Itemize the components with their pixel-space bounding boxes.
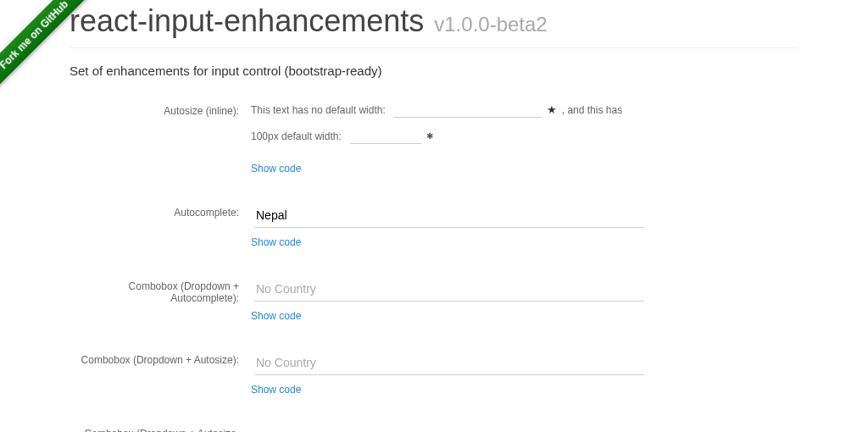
autosize-input-2[interactable] [350,128,421,144]
label-autocomplete: Autocomplete: [70,203,251,219]
asterisk-icon: ✱ [426,131,433,141]
autosize-input-1[interactable] [394,102,542,118]
show-code-link[interactable]: Show code [251,384,301,396]
section-autosize: Autosize (inline): This text has no defa… [70,102,798,197]
show-code-link[interactable]: Show code [251,310,301,322]
combobox-input-1[interactable] [254,277,644,302]
page-container: react-input-enhancements v1.0.0-beta2 Se… [70,0,798,432]
section-combobox-autosize: Combobox (Dropdown + Autosize): Show cod… [70,351,798,418]
label-combobox-2: Combobox (Dropdown + Autosize): [70,351,251,366]
section-combobox-autocomplete: Combobox (Dropdown + Autocomplete): Show… [70,277,798,344]
page-subtitle: Set of enhancements for input control (b… [70,64,798,78]
combobox-input-3[interactable] [254,424,644,432]
autocomplete-input[interactable] [254,203,644,228]
autosize-text-1a: This text has no default width: [251,104,386,116]
field-combobox-3: Show code [251,424,641,432]
field-autosize: This text has no default width: ★ , and … [251,102,641,197]
field-combobox-1: Show code [251,277,641,344]
label-combobox-3: Combobox (Dropdown + Autosize, dark them… [70,424,251,432]
title-text: react-input-enhancements [70,3,424,38]
autosize-text-1b: , and this has [562,104,622,116]
label-autosize: Autosize (inline): [70,102,251,117]
star-icon: ★ [547,103,557,116]
combobox-input-2[interactable] [254,351,644,375]
page-title: react-input-enhancements v1.0.0-beta2 [70,3,798,48]
section-autocomplete: Autocomplete: Show code [70,203,798,270]
label-combobox-1: Combobox (Dropdown + Autocomplete): [70,277,251,304]
show-code-link[interactable]: Show code [251,236,301,248]
section-combobox-dark: Combobox (Dropdown + Autosize, dark them… [70,424,798,432]
field-combobox-2: Show code [251,351,641,418]
show-code-link[interactable]: Show code [251,163,301,174]
autosize-text-2a: 100px default width: [251,130,342,142]
field-autocomplete: Show code [251,203,641,270]
version-text: v1.0.0-beta2 [434,13,547,36]
